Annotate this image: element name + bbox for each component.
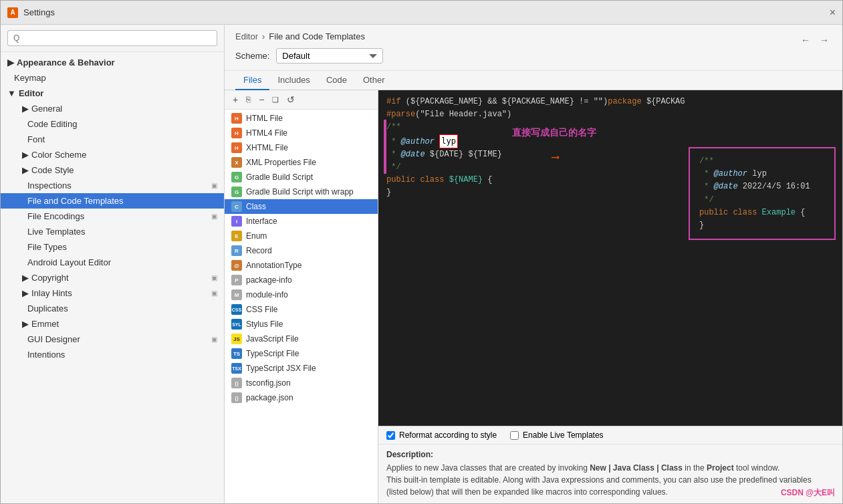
- sidebar-item-label: Inspections: [27, 180, 72, 191]
- live-templates-checkbox-label[interactable]: Enable Live Templates: [510, 430, 604, 440]
- enum-icon: E: [231, 231, 242, 241]
- header-row: Editor › File and Code Templates ← →: [235, 31, 832, 48]
- author-input[interactable]: lyp: [439, 134, 458, 148]
- sidebar-item-label: Duplicates: [27, 303, 68, 313]
- sidebar-item-label: Intentions: [27, 350, 65, 360]
- reformat-checkbox[interactable]: [386, 431, 395, 440]
- sidebar-item-code-editing[interactable]: Code Editing: [1, 116, 224, 132]
- remove-button[interactable]: −: [256, 93, 267, 106]
- file-item-label: XML Properties File: [246, 158, 316, 167]
- arrow-icon: ▼: [7, 88, 16, 98]
- popup-line-3: * @date 2022/4/5 16:01: [699, 180, 825, 193]
- class-icon: C: [231, 201, 242, 212]
- sidebar-item-keymap[interactable]: Keymap: [1, 70, 224, 86]
- tab-code[interactable]: Code: [318, 71, 355, 90]
- cn-annotation-label: 直接写成自己的名字: [512, 127, 596, 139]
- code-preview-popup: /** * @author lyp * @date 2022/4/5 16:01…: [689, 147, 836, 240]
- file-item-label: HTML4 File: [246, 128, 287, 138]
- file-item-gradle[interactable]: G Gradle Build Script: [225, 170, 378, 184]
- sidebar-item-label: Editor: [19, 88, 44, 98]
- breadcrumb-current: File and Code Templates: [269, 31, 365, 41]
- file-item-package-info[interactable]: P package-info: [225, 273, 378, 287]
- sidebar-item-label: Color Scheme: [31, 150, 86, 160]
- sidebar-item-intentions[interactable]: Intentions: [1, 347, 224, 362]
- arrow-icon: ▶: [22, 273, 29, 283]
- file-item-annotation[interactable]: @ AnnotationType: [225, 258, 378, 273]
- sidebar-item-inspections[interactable]: Inspections ▣: [1, 178, 224, 193]
- sidebar-item-inlay-hints[interactable]: ▶ Inlay Hints ▣: [1, 285, 224, 301]
- copy-button[interactable]: ⎘: [243, 94, 253, 106]
- close-button[interactable]: ×: [830, 7, 836, 19]
- reformat-label: Reformat according to style: [399, 430, 497, 440]
- file-item-css[interactable]: CSS CSS File: [225, 302, 378, 317]
- file-item-stylus[interactable]: SYL Stylus File: [225, 317, 378, 332]
- sidebar-item-code-style[interactable]: ▶ Code Style: [1, 162, 224, 178]
- sidebar-item-duplicates[interactable]: Duplicates: [1, 301, 224, 316]
- sidebar-item-file-encodings[interactable]: File Encodings ▣: [1, 209, 224, 224]
- file-item-label: HTML File: [246, 114, 283, 123]
- sidebar-item-label: GUI Designer: [27, 334, 80, 344]
- popup-line-5: public class Example {: [699, 207, 825, 219]
- file-item-html[interactable]: H HTML File: [225, 111, 378, 126]
- file-item-interface[interactable]: I Interface: [225, 214, 378, 229]
- file-item-xhtml[interactable]: H XHTML File: [225, 140, 378, 155]
- code-line-4: * @author lyp: [386, 134, 502, 148]
- file-item-js[interactable]: JS JavaScript File: [225, 332, 378, 346]
- file-item-enum[interactable]: E Enum: [225, 229, 378, 243]
- sidebar-item-live-templates[interactable]: Live Templates: [1, 224, 224, 239]
- file-item-label: CSS File: [246, 305, 277, 314]
- badge-icon: ▣: [211, 274, 217, 281]
- xhtml-icon: H: [231, 142, 242, 153]
- code-editor[interactable]: #if (${PACKAGE_NAME} && ${PACKAGE_NAME} …: [378, 90, 842, 426]
- nav-forward-button[interactable]: →: [817, 35, 832, 45]
- file-item-gradle-wrap[interactable]: G Gradle Build Script with wrapp: [225, 184, 378, 199]
- file-item-label: Interface: [246, 217, 277, 226]
- tab-includes[interactable]: Includes: [269, 71, 318, 90]
- breadcrumb: Editor › File and Code Templates: [235, 31, 365, 41]
- arrow-icon: ▶: [22, 150, 29, 160]
- sidebar-item-gui-designer[interactable]: GUI Designer ▣: [1, 332, 224, 347]
- file-item-label: package-info: [246, 275, 292, 285]
- sidebar-item-file-types[interactable]: File Types: [1, 239, 224, 255]
- sidebar-item-editor[interactable]: ▼ Editor: [1, 86, 224, 101]
- tab-other[interactable]: Other: [355, 71, 393, 90]
- duplicate-button[interactable]: ❏: [269, 94, 281, 106]
- sidebar-item-emmet[interactable]: ▶ Emmet: [1, 316, 224, 332]
- sidebar-item-android-layout[interactable]: Android Layout Editor: [1, 255, 224, 270]
- main-header: Editor › File and Code Templates ← → Sch…: [225, 25, 842, 71]
- file-item-record[interactable]: R Record: [225, 243, 378, 258]
- file-list-toolbar: + ⎘ − ❏ ↺: [225, 90, 378, 110]
- sidebar-item-copyright[interactable]: ▶ Copyright ▣: [1, 270, 224, 285]
- file-item-class[interactable]: C Class: [225, 199, 378, 214]
- sidebar-item-appearance[interactable]: ▶ Appearance & Behavior: [1, 55, 224, 70]
- reformat-checkbox-label[interactable]: Reformat according to style: [386, 430, 497, 440]
- ts-jsx-icon: TSX: [231, 363, 242, 374]
- file-item-package-json[interactable]: {} package.json: [225, 390, 378, 405]
- revert-button[interactable]: ↺: [284, 93, 297, 106]
- scheme-select[interactable]: Default Project: [276, 48, 383, 64]
- content-area: ▶ Appearance & Behavior Keymap ▼ Editor …: [1, 25, 842, 503]
- sidebar-item-label: File Encodings: [27, 211, 84, 221]
- file-item-tsconfig[interactable]: {} tsconfig.json: [225, 376, 378, 390]
- tab-files[interactable]: Files: [235, 71, 269, 90]
- sidebar-item-color-scheme[interactable]: ▶ Color Scheme: [1, 147, 224, 162]
- sidebar-item-label: Copyright: [31, 273, 69, 283]
- sidebar-item-file-and-code-templates[interactable]: File and Code Templates: [1, 193, 224, 209]
- arrow-icon: ▶: [22, 165, 29, 175]
- badge-icon: ▣: [211, 289, 217, 297]
- file-item-module-info[interactable]: M module-info: [225, 287, 378, 302]
- add-button[interactable]: +: [230, 93, 241, 106]
- package-json-icon: {}: [231, 392, 242, 403]
- stylus-icon: SYL: [231, 319, 242, 330]
- file-item-xml-props[interactable]: X XML Properties File: [225, 155, 378, 170]
- ts-icon: TS: [231, 348, 242, 359]
- live-templates-checkbox[interactable]: [510, 431, 519, 440]
- sidebar-item-general[interactable]: ▶ General: [1, 101, 224, 116]
- file-item-ts-jsx[interactable]: TSX TypeScript JSX File: [225, 361, 378, 376]
- popup-line-4: */: [699, 194, 825, 207]
- file-item-ts[interactable]: TS TypeScript File: [225, 346, 378, 361]
- search-input[interactable]: [7, 30, 217, 46]
- file-item-html4[interactable]: H HTML4 File: [225, 126, 378, 140]
- nav-back-button[interactable]: ←: [798, 35, 813, 45]
- sidebar-item-font[interactable]: Font: [1, 132, 224, 147]
